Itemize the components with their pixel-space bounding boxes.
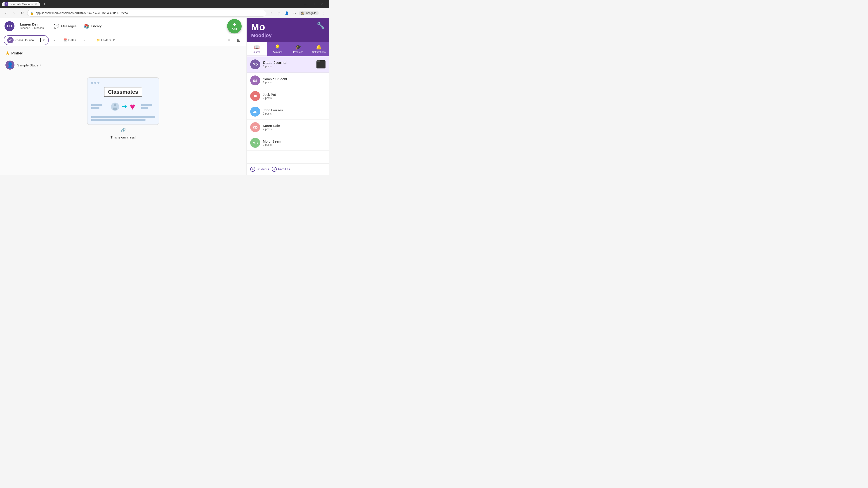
bookmark-icon[interactable]: ☆ (268, 10, 274, 16)
class-journal-item[interactable]: Mo Class Journal 3 posts (247, 56, 329, 73)
forward-button[interactable]: › (11, 10, 17, 16)
journal-tab-icon: 📖 (254, 44, 260, 50)
filter-button[interactable]: ≡ (225, 36, 233, 44)
library-icon: 📚 (84, 24, 90, 29)
link-icon[interactable]: 🔗 (121, 128, 126, 133)
add-button[interactable]: + Add (227, 19, 242, 33)
address-bar[interactable]: 🔒 app.seesaw.me/#/class/class.e01bf4c2-9… (27, 10, 266, 17)
student-list-item[interactable]: KD Karen Dale 2 posts (247, 120, 329, 135)
student-list-item[interactable]: JL John Louises 2 posts (247, 104, 329, 120)
panel-tab-progress[interactable]: 🎓 Progress (288, 42, 309, 56)
dates-button[interactable]: 📅 Dates (61, 37, 79, 43)
panel-class-full: Moodjoy (251, 33, 272, 38)
maximize-button[interactable]: □ (310, 1, 316, 7)
folder-icon: 📁 (96, 38, 100, 42)
tab-close-button[interactable]: ✕ (34, 2, 37, 6)
student-avatar: JP (250, 91, 260, 101)
profile-icon[interactable]: 👤 (283, 10, 290, 16)
right-panel: Mo Moodjoy 🔧 📖 Journal 💡 Activities 🎓 Pr… (246, 18, 329, 175)
url-text: app.seesaw.me/#/class/class.e01bf4c2-9a2… (36, 11, 264, 15)
pinned-student-item[interactable]: 👤 Sample Student (5, 60, 241, 70)
student-name: Mordi Seem (263, 139, 326, 143)
header-nav: 💬 Messages 📚 Library (54, 24, 101, 29)
class-selector[interactable]: Mo Class Journal ▼ (4, 35, 49, 45)
post-card-dots (91, 81, 155, 84)
refresh-button[interactable]: ↻ (19, 10, 25, 16)
student-list-item[interactable]: MS Mordi Seem 2 posts (247, 135, 329, 151)
user-avatar[interactable]: LD (4, 21, 14, 31)
post-bottom-line1 (91, 116, 155, 118)
folders-button[interactable]: 📁 Folders ▼ (94, 37, 118, 43)
class-journal-info: Class Journal 3 posts (263, 61, 314, 68)
post-area: Classmates (5, 77, 241, 139)
panel-class-short: Mo (251, 22, 272, 33)
incognito-badge: 🕵 Incognito (299, 11, 319, 15)
folders-dropdown-icon: ▼ (112, 38, 115, 42)
settings-icon[interactable]: 🔧 (317, 22, 324, 29)
app-header: LD Lauren Deli Teacher · 2 Classes 💬 Mes… (0, 18, 246, 34)
student-name: Sample Student (263, 77, 326, 81)
cast-icon[interactable]: ▭ (291, 10, 298, 16)
extensions-icon[interactable]: ⬡ (276, 10, 282, 16)
post-left (91, 104, 105, 109)
post-heart-icon: ♥ (130, 101, 135, 111)
panel-class-info: Mo Moodjoy (251, 22, 272, 38)
post-right (141, 104, 155, 109)
post-caption: This is our class! (111, 135, 136, 139)
student-info: Jack Pot 2 posts (263, 93, 326, 100)
user-role: Teacher · 2 Classes (20, 26, 43, 30)
person-body (113, 107, 117, 110)
panel-tab-notifications[interactable]: 🔔 Notifications (309, 42, 329, 56)
star-icon: ★ (5, 51, 9, 56)
student-list-item[interactable]: SS Sample Student 3 posts (247, 73, 329, 88)
student-posts: 2 posts (263, 143, 326, 147)
library-nav-item[interactable]: 📚 Library (84, 24, 102, 29)
class-journal-folder-icon (316, 60, 326, 68)
post-title: Classmates (104, 87, 142, 97)
post-visual: ➜ ♥ (91, 100, 155, 113)
main-content: LD Lauren Deli Teacher · 2 Classes 💬 Mes… (0, 18, 246, 175)
student-posts: 2 posts (263, 96, 326, 100)
student-name: Karen Dale (263, 124, 326, 128)
panel-tab-journal[interactable]: 📖 Journal (247, 42, 267, 56)
messages-nav-item[interactable]: 💬 Messages (54, 24, 76, 29)
app-layout: LD Lauren Deli Teacher · 2 Classes 💬 Mes… (0, 18, 329, 175)
class-journal-avatar: Mo (250, 59, 260, 69)
minimize-button[interactable]: ─ (302, 1, 308, 7)
students-footer-button[interactable]: + Students (250, 167, 269, 172)
post-line-3 (141, 104, 152, 106)
post-line-1 (91, 104, 102, 106)
plus-icon: + (233, 22, 236, 27)
tab-title: Journal - Seesaw (10, 2, 33, 6)
student-info: Sample Student 3 posts (263, 77, 326, 84)
next-date-button[interactable]: › (81, 37, 88, 43)
user-info: Lauren Deli Teacher · 2 Classes (20, 22, 43, 30)
students-plus-icon: + (250, 167, 255, 172)
pinned-header: ★ Pinned (5, 51, 241, 56)
view-toggle-button[interactable]: ⊞ (235, 36, 243, 44)
student-posts: 2 posts (263, 128, 326, 131)
pinned-avatar-icon: 👤 (7, 62, 13, 68)
tab-bar: S Journal - Seesaw ✕ + ─ □ ✕ (0, 0, 329, 8)
close-window-button[interactable]: ✕ (318, 1, 324, 7)
post-title-area: Classmates (91, 87, 155, 97)
dot1 (91, 82, 93, 84)
back-button[interactable]: ‹ (3, 10, 9, 16)
families-footer-button[interactable]: + Families (272, 167, 290, 172)
post-card: Classmates (87, 77, 159, 125)
class-dropdown-icon: ▼ (42, 39, 45, 42)
person-head (114, 103, 116, 106)
student-list-item[interactable]: JP Jack Pot 2 posts (247, 88, 329, 104)
new-tab-button[interactable]: + (41, 2, 48, 6)
student-name: Jack Pot (263, 93, 326, 96)
active-tab[interactable]: S Journal - Seesaw ✕ (2, 2, 40, 6)
class-name-label: Class Journal (16, 38, 38, 42)
pinned-student-avatar: 👤 (5, 61, 14, 70)
panel-tab-activities[interactable]: 💡 Activities (267, 42, 288, 56)
prev-date-button[interactable]: ‹ (52, 37, 58, 43)
more-icon[interactable]: ⋮ (320, 10, 327, 16)
post-bottom (91, 116, 155, 121)
progress-tab-icon: 🎓 (296, 44, 301, 50)
student-name: John Louises (263, 108, 326, 112)
toolbar-separator (91, 38, 91, 42)
